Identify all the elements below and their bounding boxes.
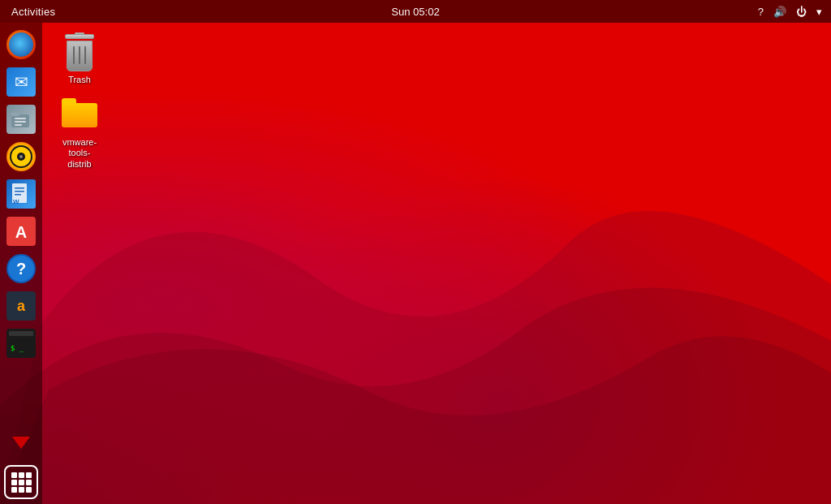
dock-item-writer[interactable]: W — [4, 177, 38, 211]
vmware-tools-icon-label: vmware-tools-distrib — [62, 137, 97, 170]
svg-rect-1 — [11, 113, 19, 116]
dock-item-files[interactable] — [4, 102, 38, 136]
svg-text:$ _: $ _ — [11, 344, 24, 352]
dock-item-texteditor[interactable]: A — [4, 214, 38, 248]
svg-rect-3 — [15, 121, 26, 123]
amazon-icon: a — [6, 291, 36, 321]
desktop-icon-trash[interactable]: Trash — [47, 29, 112, 88]
svg-rect-11 — [15, 187, 24, 189]
svg-rect-2 — [15, 118, 26, 119]
firefox-icon — [6, 30, 36, 59]
terminal-icon: $ _ — [6, 329, 36, 358]
rhythmbox-icon — [6, 142, 36, 171]
desktop: Activities Sun 05:02 ? 🔊 ⏻ ▾ — [0, 0, 831, 504]
apps-grid-icon — [11, 472, 32, 493]
svg-rect-4 — [15, 124, 22, 126]
dock-item-amazon[interactable]: a — [4, 289, 38, 323]
svg-text:?: ? — [16, 260, 26, 278]
texteditor-icon: A — [6, 217, 36, 246]
dock-item-firefox[interactable] — [4, 28, 38, 62]
help-tray-icon[interactable]: ? — [756, 5, 766, 19]
svg-point-8 — [19, 155, 23, 158]
dock-item-help[interactable]: ? — [4, 252, 38, 286]
svg-rect-12 — [15, 191, 24, 192]
svg-rect-13 — [15, 194, 21, 196]
topbar: Activities Sun 05:02 ? 🔊 ⏻ ▾ — [0, 0, 831, 23]
writer-icon: W — [6, 179, 36, 209]
svg-text:a: a — [17, 298, 26, 314]
svg-rect-22 — [9, 331, 33, 336]
email-icon: ✉ — [6, 67, 36, 97]
desktop-icon-vmware-tools[interactable]: vmware-tools-distrib — [47, 92, 112, 173]
files-icon — [6, 105, 36, 134]
topbar-left: Activities — [6, 4, 60, 19]
topbar-right: ? 🔊 ⏻ ▾ — [756, 5, 825, 19]
show-all-apps-button[interactable] — [4, 465, 38, 499]
svg-marker-24 — [12, 437, 30, 449]
power-tray-icon[interactable]: ⏻ — [794, 5, 809, 19]
dock: ✉ — [0, 23, 42, 504]
svg-text:W: W — [13, 198, 19, 205]
dock-scroll-down-arrow[interactable] — [9, 429, 33, 459]
tray-dropdown-icon[interactable]: ▾ — [814, 5, 825, 19]
clock: Sun 05:02 — [391, 6, 439, 18]
dock-item-terminal[interactable]: $ _ — [4, 326, 38, 360]
volume-tray-icon[interactable]: 🔊 — [771, 5, 789, 19]
dock-item-rhythmbox[interactable] — [4, 140, 38, 174]
trash-icon-image — [60, 32, 99, 71]
trash-icon-label: Trash — [68, 75, 91, 85]
desktop-icons-area: Trash vmware-tools-distrib — [47, 29, 112, 173]
activities-button[interactable]: Activities — [6, 4, 60, 19]
help-icon: ? — [6, 254, 36, 283]
svg-text:A: A — [15, 223, 27, 241]
dock-item-email[interactable]: ✉ — [4, 65, 38, 99]
folder-icon-image — [60, 95, 99, 134]
